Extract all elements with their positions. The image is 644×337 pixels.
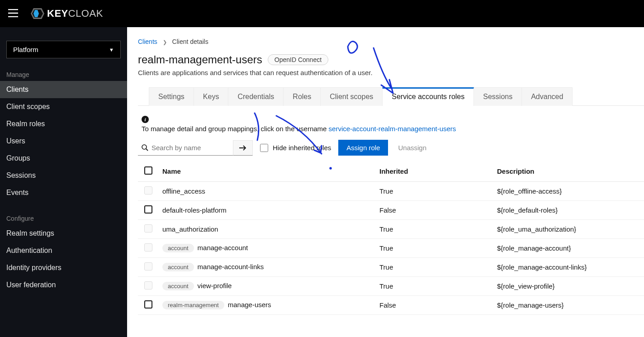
tab-settings[interactable]: Settings [149,87,194,106]
assign-role-button[interactable]: Assign role [338,140,388,156]
realm-selected-label: Platform [13,46,38,53]
sidebar-item-user-federation[interactable]: User federation [0,276,127,294]
role-description: ${role_offline-access} [492,182,644,201]
sidebar-item-events[interactable]: Events [0,184,127,201]
sidebar-item-realm-roles[interactable]: Realm roles [0,115,127,133]
info-icon: i [142,116,149,123]
tab-client-scopes[interactable]: Client scopes [320,87,383,106]
table-row: default-roles-platformFalse${role_defaul… [138,201,644,220]
roles-table: Name Inherited Description offline_acces… [138,161,644,315]
sidebar-item-users[interactable]: Users [0,133,127,150]
col-inherited: Inherited [375,161,492,182]
arrow-right-icon [239,145,247,151]
row-checkbox[interactable] [144,300,152,309]
toolbar: Hide inherited roles Assign role Unassig… [138,140,644,161]
brand-icon [30,7,45,20]
tab-service-accounts-roles[interactable]: Service accounts roles [382,87,474,106]
main-content: Clients ❯ Client details realm-managemen… [127,27,644,337]
sidebar-section-title: Configure [0,210,127,225]
protocol-badge: OpenID Connect [268,54,328,65]
table-row: realm-managementmanage-usersFalse${role_… [138,296,644,315]
search-input[interactable] [138,140,233,155]
breadcrumb-parent-link[interactable]: Clients [138,38,157,45]
hide-inherited-label: Hide inherited roles [273,144,331,152]
chevron-down-icon: ▼ [109,47,114,52]
role-inherited: False [375,296,492,315]
hide-inherited-checkbox[interactable] [260,144,268,152]
role-name: offline_access [162,187,205,195]
hide-inherited-toggle[interactable]: Hide inherited roles [260,144,331,152]
col-description: Description [492,161,644,182]
row-checkbox [144,224,152,233]
row-checkbox [144,243,152,252]
table-row: accountmanage-accountTrue${role_manage-a… [138,239,644,258]
role-inherited: False [375,201,492,220]
role-client-chip: account [162,244,194,252]
role-description: ${role_manage-account-links} [492,258,644,277]
table-row: accountmanage-account-linksTrue${role_ma… [138,258,644,277]
row-checkbox [144,186,152,195]
row-checkbox[interactable] [144,205,152,214]
role-name: manage-account [198,244,248,252]
page-description: Clients are applications and services th… [138,69,644,76]
info-text: To manage detail and group mappings, cli… [142,125,329,133]
tabs: SettingsKeysCredentialsRolesClient scope… [149,87,644,106]
role-inherited: True [375,239,492,258]
role-client-chip: account [162,282,194,290]
role-description: ${role_manage-account} [492,239,644,258]
sidebar-section-title: Manage [0,66,127,81]
role-client-chip: realm-management [162,301,224,309]
table-row: uma_authorizationTrue${role_uma_authoriz… [138,220,644,239]
role-inherited: True [375,277,492,296]
realm-selector[interactable]: Platform ▼ [6,41,121,58]
table-row: accountview-profileTrue${role_view-profi… [138,277,644,296]
role-inherited: True [375,258,492,277]
tab-credentials[interactable]: Credentials [228,87,284,106]
sidebar-item-client-scopes[interactable]: Client scopes [0,98,127,115]
role-name: uma_authorization [162,225,218,233]
hamburger-icon[interactable] [8,8,18,19]
role-name: manage-users [228,301,271,309]
role-name: view-profile [198,282,232,290]
brand-logo[interactable]: KEYCLOAK [30,7,103,20]
search-group [138,140,253,156]
role-description: ${role_default-roles} [492,201,644,220]
role-inherited: True [375,220,492,239]
tab-keys[interactable]: Keys [194,87,229,106]
brand-text: KEYCLOAK [47,8,103,19]
tab-advanced[interactable]: Advanced [521,87,573,106]
breadcrumb: Clients ❯ Client details [138,38,644,45]
table-row: offline_accessTrue${role_offline-access} [138,182,644,201]
role-description: ${role_uma_authorization} [492,220,644,239]
role-description: ${role_view-profile} [492,277,644,296]
tab-roles[interactable]: Roles [283,87,321,106]
sidebar: Platform ▼ ManageClientsClient scopesRea… [0,27,127,337]
role-inherited: True [375,182,492,201]
role-description: ${role_manage-users} [492,296,644,315]
service-account-link[interactable]: service-account-realm-management-users [329,125,456,133]
search-submit-button[interactable] [233,140,253,156]
breadcrumb-current: Client details [172,38,208,45]
sidebar-item-identity-providers[interactable]: Identity providers [0,259,127,276]
row-checkbox [144,262,152,271]
top-bar: KEYCLOAK [0,0,644,27]
role-name: default-roles-platform [162,206,227,214]
sidebar-item-clients[interactable]: Clients [0,81,127,98]
select-all-checkbox[interactable] [144,166,152,175]
page-title: realm-management-users [138,53,262,66]
row-checkbox [144,281,152,290]
sidebar-item-sessions[interactable]: Sessions [0,167,127,184]
sidebar-item-groups[interactable]: Groups [0,150,127,167]
role-client-chip: account [162,263,194,271]
chevron-right-icon: ❯ [163,39,167,45]
sidebar-item-realm-settings[interactable]: Realm settings [0,225,127,242]
role-name: manage-account-links [198,263,264,271]
sidebar-item-authentication[interactable]: Authentication [0,242,127,259]
col-name: Name [158,161,375,182]
info-bar: i To manage detail and group mappings, c… [138,106,644,140]
unassign-button: Unassign [395,140,429,156]
tab-sessions[interactable]: Sessions [474,87,522,106]
